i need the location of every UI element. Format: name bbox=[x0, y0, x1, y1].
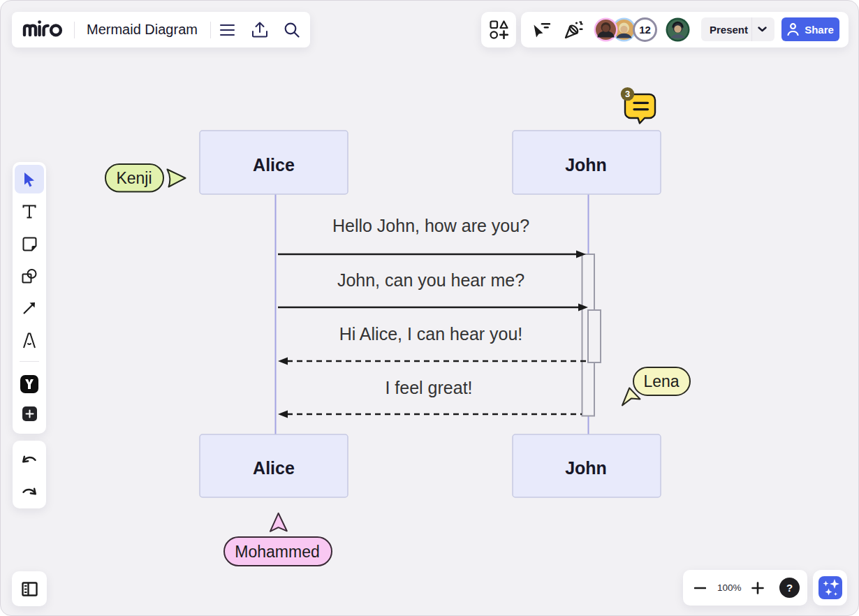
svg-text:Hello John, how are you?: Hello John, how are you? bbox=[332, 216, 529, 235]
svg-text:Alice: Alice bbox=[253, 458, 295, 478]
svg-text:Mohammed: Mohammed bbox=[235, 543, 319, 561]
svg-text:I feel great!: I feel great! bbox=[385, 378, 472, 397]
svg-text:Lena: Lena bbox=[643, 372, 679, 390]
svg-text:John, can you hear me?: John, can you hear me? bbox=[337, 270, 524, 290]
svg-text:Alice: Alice bbox=[253, 155, 295, 175]
svg-text:Hi Alice, I can hear you!: Hi Alice, I can hear you! bbox=[339, 324, 523, 344]
svg-text:Kenji: Kenji bbox=[116, 169, 152, 187]
svg-text:3: 3 bbox=[625, 89, 630, 99]
svg-text:John: John bbox=[565, 458, 607, 478]
svg-text:John: John bbox=[565, 155, 607, 175]
